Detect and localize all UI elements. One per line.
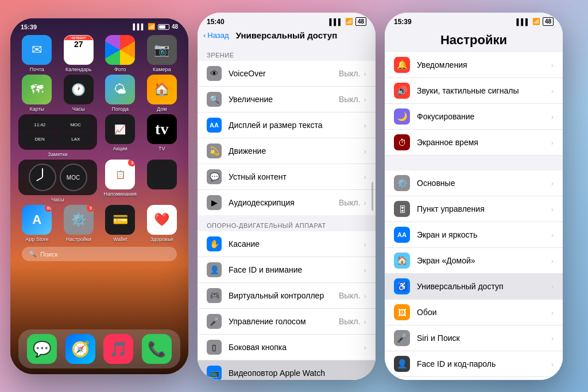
motion-icon: 💫 [207, 143, 222, 158]
list-item-voiceover[interactable]: 👁 VoiceOver Выкл. › [198, 61, 376, 87]
app-camera[interactable]: 📷 Камера [144, 35, 181, 72]
app-tv[interactable]: tv TV [144, 114, 181, 157]
motor-list: ✋ Касание › 👤 Face ID и внимание › 🎮 Вир… [198, 231, 376, 380]
settings-focus[interactable]: 🌙 Фокусирование › [385, 104, 563, 130]
settings-group1: 🔔 Уведомления › 🔊 Звуки, тактильные сигн… [385, 52, 563, 156]
settings-siri[interactable]: 🎤 Siri и Поиск › [385, 325, 563, 351]
app-health[interactable]: ❤️ Здоровье [144, 205, 181, 242]
app-home[interactable]: 🏠 Дом [144, 75, 181, 112]
list-item-side-btn[interactable]: ▯ Боковая кнопка › [198, 335, 376, 360]
back-button[interactable]: ‹ Назад [203, 31, 229, 40]
phone2-accessibility: 15:40 ▌▌▌ 📶 48 ‹ Назад Универсальный дос… [198, 13, 376, 380]
battery-3: 48 [543, 17, 554, 26]
widget-clocks[interactable]: MOC Часы [18, 160, 97, 203]
app-reminders[interactable]: 📋 3 Напоминания [102, 160, 139, 203]
vision-list: 👁 VoiceOver Выкл. › 🔍 Увеличение Выкл. ›… [198, 61, 376, 215]
widget-clock[interactable]: 11:42 MOC DEN LAX Заметки [18, 114, 97, 157]
signal-3: ▌▌▌ [516, 18, 529, 25]
faceid-icon: 👤 [207, 262, 222, 277]
app-calendar[interactable]: ЧЕТВЕРГ 27 Календарь [60, 35, 98, 72]
voiceover-icon: 👁 [207, 66, 222, 81]
app-appstore[interactable]: A 35 App Store [18, 205, 56, 242]
list-item-motion[interactable]: 💫 Движение › [198, 138, 376, 164]
app-weather[interactable]: 🌤 Погода [102, 75, 139, 112]
app-grid-row3: 11:42 MOC DEN LAX Заметки 📈 Акции tv TV [10, 113, 188, 158]
scroll-indicator [372, 182, 373, 211]
app-photos[interactable]: Фото [102, 35, 139, 72]
settings-faceid-passcode[interactable]: 👤 Face ID и код-пароль › [385, 351, 563, 377]
side-btn-icon: ▯ [207, 340, 222, 355]
chevron-icon: › [364, 121, 366, 130]
wifi-2: 📶 [345, 18, 353, 25]
zoom-icon: 🔍 [207, 92, 222, 107]
status-bar-1: 15:39 ▌▌▌ 📶 48 [10, 18, 188, 33]
chevron-icon: › [364, 173, 366, 181]
dock-messages[interactable]: 💬 [27, 334, 57, 364]
time-3: 15:39 [394, 18, 412, 26]
settings-home-screen[interactable]: 🏠 Экран «Домой» › [385, 248, 563, 274]
list-item-virtual-ctrl[interactable]: 🎮 Виртуальный контроллер Выкл. › [198, 283, 376, 309]
list-item-faceid[interactable]: 👤 Face ID и внимание › [198, 257, 376, 283]
dock-music[interactable]: 🎵 [103, 334, 133, 364]
focus-icon: 🌙 [394, 108, 410, 125]
phone3-settings: 15:39 ▌▌▌ 📶 48 Настройки 🔔 Уведомления ›… [385, 13, 563, 380]
touch-icon: ✋ [207, 236, 222, 251]
app-grid-row2: 🗺 Карты 🕐 Часы 🌤 Погода 🏠 Дом [10, 73, 188, 113]
search-label: Поиск [40, 251, 57, 258]
status-bar-3: 15:39 ▌▌▌ 📶 48 [385, 13, 563, 28]
voice-ctrl-icon: 🎤 [207, 314, 222, 329]
signal-icon: ▌▌▌ [133, 24, 145, 30]
settings-emergency[interactable]: SOS Экстренный вызов — SOS › [385, 377, 563, 380]
screen-time-icon: ⏱ [394, 134, 410, 150]
sounds-icon: 🔊 [394, 83, 410, 99]
time-1: 15:39 [21, 24, 37, 30]
battery-pct: 48 [172, 24, 178, 30]
dock-phone[interactable]: 📞 [142, 334, 172, 364]
app-maps[interactable]: 🗺 Карты [18, 75, 56, 112]
dock: 💬 🧭 🎵 📞 [18, 329, 180, 368]
list-item-zoom[interactable]: 🔍 Увеличение Выкл. › [198, 87, 376, 112]
list-item-display[interactable]: AA Дисплей и размер текста › [198, 112, 376, 138]
faceid-passcode-icon: 👤 [394, 356, 410, 372]
settings-wallpaper[interactable]: 🖼 Обои › [385, 300, 563, 325]
app-settings[interactable]: ⚙️ 3 Настройки [60, 205, 98, 242]
settings-control-center[interactable]: 🎛 Пункт управления › [385, 196, 563, 222]
display-settings-icon: AA [394, 227, 410, 243]
chevron-icon: › [364, 369, 366, 378]
settings-accessibility[interactable]: ♿ Универсальный доступ › [385, 274, 563, 300]
list-item-voice-ctrl[interactable]: 🎤 Управление голосом Выкл. › [198, 309, 376, 335]
accessibility-icon: ♿ [394, 278, 410, 294]
settings-notifications[interactable]: 🔔 Уведомления › [385, 52, 563, 78]
general-icon: ⚙️ [394, 175, 410, 191]
list-item-touch[interactable]: ✋ Касание › [198, 231, 376, 257]
list-item-audio-desc[interactable]: ▶ Аудиодескрипция Выкл. › [198, 190, 376, 215]
audio-desc-icon: ▶ [207, 195, 222, 210]
search-bar[interactable]: 🔍 Поиск [22, 247, 177, 261]
app-mail[interactable]: ✉ Почта [18, 35, 56, 72]
wifi-3: 📶 [532, 18, 540, 25]
wifi-icon: 📶 [148, 23, 156, 30]
battery-icon [158, 24, 169, 30]
settings-screen-time[interactable]: ⏱ Экранное время › [385, 130, 563, 156]
notifications-icon: 🔔 [394, 57, 410, 73]
app-clock[interactable]: 🕐 Часы [60, 75, 98, 112]
settings-display[interactable]: AA Экран и яркость › [385, 222, 563, 248]
chevron-icon: › [364, 292, 366, 300]
app-stocks[interactable]: 📈 Акции [102, 114, 139, 157]
group-divider [385, 156, 563, 170]
chevron-icon: › [364, 240, 366, 249]
dock-safari[interactable]: 🧭 [65, 334, 95, 364]
wallpaper-icon: 🖼 [394, 304, 410, 320]
settings-sounds[interactable]: 🔊 Звуки, тактильные сигналы › [385, 78, 563, 104]
signal-2: ▌▌▌ [329, 18, 342, 25]
chevron-left-icon: ‹ [203, 31, 206, 40]
list-item-apple-watch[interactable]: 📺 Видеоповтор Apple Watch › [198, 360, 376, 380]
display-icon: AA [207, 118, 222, 133]
section-motor: ОПОРНО-ДВИГАТЕЛЬНЫЙ АППАРАТ [198, 215, 376, 231]
app-wallet[interactable]: 💳 Wallet [102, 205, 139, 242]
list-item-spoken[interactable]: 💬 Устный контент › [198, 164, 376, 190]
app-tv2[interactable] [144, 160, 181, 203]
settings-general[interactable]: ⚙️ Основные › [385, 170, 563, 196]
app-grid-row5: A 35 App Store ⚙️ 3 Настройки 💳 Wallet ❤… [10, 204, 188, 243]
section-vision: ЗРЕНИЕ [198, 45, 376, 61]
